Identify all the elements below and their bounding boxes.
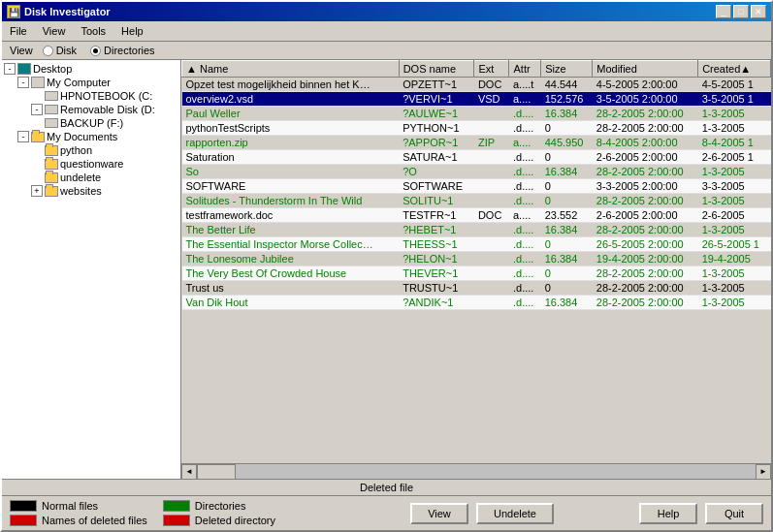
view-button[interactable]: View bbox=[410, 503, 468, 524]
cell-3: .d.... bbox=[509, 194, 541, 208]
cell-6: 2-6-2005 bbox=[698, 208, 771, 223]
scroll-track[interactable] bbox=[197, 464, 756, 480]
table-row[interactable]: The Better Life?HEBET~1.d....16.38428-2-… bbox=[182, 223, 771, 237]
radio-disk[interactable]: Disk bbox=[43, 45, 77, 56]
legend-label-deleted-dir: Deleted directory bbox=[195, 515, 275, 526]
horizontal-scrollbar[interactable]: ◄ ► bbox=[181, 463, 771, 479]
legend-color-directories bbox=[163, 500, 190, 512]
tree-item-backup[interactable]: BACKUP (F:) bbox=[4, 116, 178, 130]
col-modified[interactable]: Modified bbox=[593, 61, 698, 78]
expander-websites[interactable]: + bbox=[31, 185, 43, 197]
cell-3: .d.... bbox=[509, 107, 541, 121]
legend-color-deleted-names bbox=[10, 515, 37, 526]
cell-0: The Better Life bbox=[182, 223, 400, 237]
scroll-left-button[interactable]: ◄ bbox=[181, 464, 197, 480]
tree-item-hpnotebook[interactable]: HPNOTEBOOK (C: bbox=[4, 89, 178, 103]
menu-view[interactable]: View bbox=[35, 23, 74, 39]
cell-0: Opzet test mogelijkheid binnen het K… bbox=[182, 78, 400, 92]
sidebar[interactable]: - Desktop - My Computer HPNOTEBOOK (C: -… bbox=[2, 60, 181, 479]
table-row[interactable]: Solitudes - Thunderstorm In The WildSOLI… bbox=[182, 194, 771, 208]
menu-tools[interactable]: Tools bbox=[73, 23, 113, 39]
cell-2 bbox=[474, 223, 509, 237]
cell-5: 3-3-2005 2:00:00 bbox=[593, 179, 698, 194]
table-row[interactable]: Paul Weller?AULWE~1.d....16.38428-2-2005… bbox=[182, 107, 771, 121]
table-row[interactable]: pythonTestScriptsPYTHON~1.d....028-2-200… bbox=[182, 121, 771, 136]
tree-item-removable[interactable]: - Removable Disk (D: bbox=[4, 103, 178, 116]
tree-item-python[interactable]: python bbox=[4, 143, 178, 157]
expander-removable[interactable]: - bbox=[31, 104, 43, 115]
cell-4: 445.950 bbox=[541, 136, 593, 150]
tree-item-mycomputer[interactable]: - My Computer bbox=[4, 76, 178, 89]
app-icon: 💾 bbox=[7, 5, 20, 18]
cell-3: .d.... bbox=[509, 296, 541, 310]
menu-file[interactable]: File bbox=[2, 23, 35, 39]
cell-0: So bbox=[182, 165, 400, 179]
file-table-wrapper[interactable]: ▲ Name DOS name Ext Attr Size Modified C… bbox=[181, 60, 771, 463]
table-row[interactable]: The Very Best Of Crowded HouseTHEVER~1.d… bbox=[182, 266, 771, 281]
tree-item-mydocuments[interactable]: - My Documents bbox=[4, 130, 178, 143]
quit-button[interactable]: Quit bbox=[705, 503, 763, 524]
col-attr[interactable]: Attr bbox=[509, 61, 541, 78]
help-button[interactable]: Help bbox=[639, 503, 697, 524]
tree-label-mydocuments: My Documents bbox=[47, 131, 117, 142]
cell-5: 2-6-2005 2:00:00 bbox=[593, 208, 698, 223]
cell-3: .d.... bbox=[509, 121, 541, 136]
col-dosname[interactable]: DOS name bbox=[399, 61, 474, 78]
table-row[interactable]: The Lonesome Jubilee?HELON~1.d....16.384… bbox=[182, 252, 771, 266]
maximize-button[interactable]: □ bbox=[733, 5, 749, 18]
table-row[interactable]: SOFTWARESOFTWARE.d....03-3-2005 2:00:003… bbox=[182, 179, 771, 194]
col-created[interactable]: Created▲ bbox=[698, 61, 771, 78]
expander-mycomputer[interactable]: - bbox=[17, 77, 29, 88]
table-row[interactable]: The Essential Inspector Morse Collec…THE… bbox=[182, 237, 771, 252]
scroll-thumb[interactable] bbox=[197, 464, 236, 480]
drive-icon-c bbox=[45, 91, 58, 101]
expander-desktop[interactable]: - bbox=[4, 63, 16, 75]
cell-1: OPZETT~1 bbox=[399, 78, 474, 92]
menu-help[interactable]: Help bbox=[113, 23, 151, 39]
cell-6: 3-5-2005 1 bbox=[698, 92, 771, 107]
cell-5: 8-4-2005 2:00:00 bbox=[593, 136, 698, 150]
cell-5: 26-5-2005 2:00:00 bbox=[593, 237, 698, 252]
legend-col-right: Directories Deleted directory bbox=[163, 500, 275, 526]
minimize-button[interactable]: _ bbox=[716, 5, 731, 18]
radio-directories[interactable]: Directories bbox=[90, 45, 155, 56]
cell-5: 28-2-2005 2:00:00 bbox=[593, 107, 698, 121]
cell-0: Saturation bbox=[182, 150, 400, 165]
cell-6: 2-6-2005 1 bbox=[698, 150, 771, 165]
table-row[interactable]: testframework.docTESTFR~1DOCa....23.5522… bbox=[182, 208, 771, 223]
title-bar: 💾 Disk Investigator _ □ ✕ bbox=[2, 2, 771, 21]
radio-directories-input[interactable] bbox=[90, 46, 101, 56]
radio-disk-input[interactable] bbox=[43, 46, 53, 56]
radio-group: Disk Directories bbox=[43, 45, 155, 56]
table-header: ▲ Name DOS name Ext Attr Size Modified C… bbox=[182, 61, 771, 78]
radio-disk-label: Disk bbox=[56, 45, 77, 56]
tree-item-questionware[interactable]: questionware bbox=[4, 157, 178, 171]
table-row[interactable]: Van Dik Hout?ANDIK~1.d....16.38428-2-200… bbox=[182, 296, 771, 310]
tree-item-desktop[interactable]: - Desktop bbox=[4, 62, 178, 76]
undelete-button[interactable]: Undelete bbox=[476, 503, 554, 524]
table-row[interactable]: Opzet test mogelijkheid binnen het K…OPZ… bbox=[182, 78, 771, 92]
cell-4: 0 bbox=[541, 266, 593, 281]
cell-4: 0 bbox=[541, 237, 593, 252]
cell-1: ?ANDIK~1 bbox=[399, 296, 474, 310]
tree-item-websites[interactable]: + websites bbox=[4, 184, 178, 198]
cell-6: 26-5-2005 1 bbox=[698, 237, 771, 252]
table-row[interactable]: So?O.d....16.38428-2-2005 2:00:001-3-200… bbox=[182, 165, 771, 179]
tree-item-undelete[interactable]: undelete bbox=[4, 171, 178, 184]
cell-5: 28-2-2005 2:00:00 bbox=[593, 266, 698, 281]
col-ext[interactable]: Ext bbox=[474, 61, 509, 78]
col-size[interactable]: Size bbox=[541, 61, 593, 78]
cell-2 bbox=[474, 237, 509, 252]
col-name[interactable]: ▲ Name bbox=[182, 61, 400, 78]
cell-1: PYTHON~1 bbox=[399, 121, 474, 136]
folder-icon-mydocs bbox=[31, 132, 45, 142]
table-row[interactable]: Trust usTRUSTU~1.d....028-2-2005 2:00:00… bbox=[182, 281, 771, 296]
table-row[interactable]: rapporten.zip?APPOR~1ZIPa....445.9508-4-… bbox=[182, 136, 771, 150]
scroll-right-button[interactable]: ► bbox=[756, 464, 771, 480]
cell-5: 28-2-2005 2:00:00 bbox=[593, 194, 698, 208]
table-row[interactable]: SaturationSATURA~1.d....02-6-2005 2:00:0… bbox=[182, 150, 771, 165]
close-button[interactable]: ✕ bbox=[751, 5, 766, 18]
expander-mydocuments[interactable]: - bbox=[17, 131, 29, 142]
radio-directories-label: Directories bbox=[104, 45, 155, 56]
table-row[interactable]: overview2.vsd?VERVI~1VSDa....152.5763-5-… bbox=[182, 92, 771, 107]
